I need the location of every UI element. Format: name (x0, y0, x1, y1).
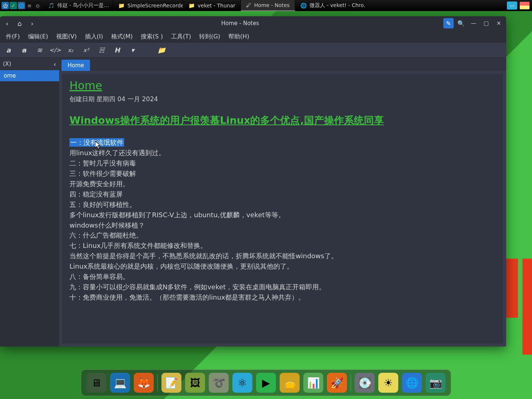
note-line-5: 五：良好的可移植性。 (69, 201, 136, 208)
sidebar: (X) ‹ ome (0, 58, 59, 347)
rocket-icon[interactable]: 🚀 (327, 373, 347, 393)
heading-button[interactable]: H (112, 45, 122, 55)
sidebar-item-0[interactable]: ome (0, 70, 59, 81)
task-item-0[interactable]: 🎵传赵 - 鸟小小只一是… (43, 0, 113, 11)
sidebar-header: (X) ‹ (0, 58, 59, 70)
play-icon[interactable]: ▶ (256, 373, 276, 393)
note-highlight: 一：没有流氓软件 (69, 138, 124, 147)
home-button[interactable]: ⌂ (15, 18, 24, 28)
wallet-icon[interactable]: 👝 (280, 373, 300, 393)
note-line-4: 四：稳定没有蓝屏 (69, 190, 123, 198)
task-label: SimpleScreenRecorder (127, 3, 183, 8)
note-line-8: 六：什么广告都能杜绝。 (69, 231, 143, 239)
disk-icon[interactable]: 💽 (355, 373, 375, 393)
note-line-3: 开源免费安全好用。 (69, 180, 129, 188)
dock: 🖥💻🦊📝🖼➰⚛▶👝📊🚀💽☀🌐📷 (81, 369, 451, 396)
task-icon: 🎵 (48, 3, 54, 8)
note-created-date: 创建日期 星期四 04 一月 2024 (69, 95, 496, 103)
task-icon: 📁 (188, 3, 195, 8)
flag-indicator-icon[interactable] (519, 1, 530, 10)
atom-icon[interactable]: ⚛ (232, 373, 252, 393)
insert-button[interactable]: ▾ (128, 45, 137, 55)
task-icon: 📁 (118, 3, 125, 8)
tab-0[interactable]: Home (61, 59, 90, 71)
sidebar-collapse-button[interactable]: ‹ (54, 60, 56, 68)
notification-area: ▭ (505, 1, 532, 10)
italic-button[interactable]: a (4, 45, 13, 55)
task-label: 微器人 - veket! - Chro… (310, 2, 365, 9)
note-body[interactable]: 一：没有流氓软件用linux这样久了还没有遇到过。二：暂时几乎没有病毒三：软件很… (69, 137, 496, 302)
note-line-11: Linux系统最核心的就是内核，内核也可以随便改随便换，更别说其他的了。 (69, 262, 294, 270)
open-folder-button[interactable]: 📁 (157, 45, 166, 55)
task-item-4[interactable]: 🌐微器人 - veket! - Chro… (295, 0, 365, 11)
chart-icon[interactable]: 📊 (303, 373, 323, 393)
notes-icon[interactable]: 📝 (161, 373, 181, 393)
task-item-1[interactable]: 📁SimpleScreenRecorder (113, 0, 183, 11)
menu-item-7[interactable]: 转到(G) (195, 31, 224, 42)
task-label: 传赵 - 鸟小小只一是… (57, 2, 109, 9)
menu-item-1[interactable]: 编辑(E) (24, 31, 52, 42)
display-icon[interactable]: 💻 (110, 373, 130, 393)
note-line-0: 用linux这样久了还没有遇到过。 (69, 149, 165, 157)
search-button[interactable]: 🔍 (456, 18, 466, 28)
tray-icon-5[interactable]: ⊙ (34, 2, 41, 9)
main-area: Home Home 创建日期 星期四 04 一月 2024 Windows操作系… (59, 58, 506, 347)
note-title: Home (69, 79, 496, 92)
forward-button[interactable]: › (27, 18, 37, 28)
tray-icon-1[interactable]: ⏻ (1, 2, 9, 9)
minimize-button[interactable]: — (468, 18, 479, 28)
dock-separator (157, 374, 158, 392)
taskbar: ⏻ ✓ 🌐 ≡ ⊙ 🎵传赵 - 鸟小小只一是…📁SimpleScreenReco… (0, 0, 532, 11)
task-icon: 🌐 (300, 3, 307, 8)
task-item-3[interactable]: 🖊Home - Notes (241, 0, 295, 11)
camera-icon[interactable]: 📷 (426, 373, 446, 393)
list-button[interactable]: ☵ (97, 45, 106, 55)
note-line-12: 八：备份简单容易。 (69, 273, 129, 280)
menu-item-0[interactable]: 件(F) (2, 31, 24, 42)
maximize-button[interactable]: ▢ (481, 18, 491, 28)
edit-button[interactable]: ✎ (443, 18, 454, 28)
menubar: 件(F)编辑(E)视图(V)插入(I)格式(M)搜索(S )工具(T)转到(G)… (0, 30, 506, 43)
menu-item-4[interactable]: 格式(M) (108, 31, 136, 42)
close-button[interactable]: ✕ (494, 18, 504, 28)
code-button[interactable]: </> (50, 45, 60, 55)
titlebar: ‹ ⌂ › Home - Notes ✎ 🔍 — ▢ ✕ (0, 16, 506, 30)
tray-icon-4[interactable]: ≡ (26, 2, 33, 9)
task-label: veket - Thunar (198, 3, 235, 8)
note-line-2: 三：软件很少需要破解 (69, 170, 136, 177)
menu-item-3[interactable]: 插入(I) (81, 31, 107, 42)
note-heading: Windows操作系统的用户很羡慕Linux的多个优点,国产操作系统同享 (69, 114, 496, 127)
desktop-icon[interactable]: 🖥 (86, 373, 106, 393)
tabstrip: Home (59, 58, 506, 71)
loop-icon[interactable]: ➰ (209, 373, 229, 393)
dock-separator (351, 374, 351, 392)
menu-item-6[interactable]: 工具(T) (167, 31, 195, 42)
tray-icon-3[interactable]: 🌐 (18, 2, 25, 9)
back-button[interactable]: ‹ (2, 18, 12, 28)
note-line-7: windows什么时候移植？ (69, 221, 145, 229)
photos-icon[interactable]: 🖼 (185, 373, 205, 393)
note-content[interactable]: Home 创建日期 星期四 04 一月 2024 Windows操作系统的用户很… (61, 72, 505, 345)
monitor-indicator-icon[interactable]: ▭ (507, 1, 517, 10)
brightness-icon[interactable]: ☀ (378, 373, 398, 393)
task-label: Home - Notes (254, 2, 290, 8)
menu-item-2[interactable]: 视图(V) (52, 31, 80, 42)
tray-icon-2[interactable]: ✓ (10, 2, 17, 9)
note-line-6: 多个linux发行版都移植到了RISC-V上边，ubuntu,优麒麟，veket… (69, 211, 285, 219)
note-line-13: 九：容量小可以很少容易就集成N多软件，例如veket，安装在桌面电脑真正开箱即用… (69, 283, 325, 291)
superscript-button[interactable]: x² (81, 45, 91, 55)
firefox-icon[interactable]: 🦊 (134, 373, 154, 393)
desktop: ‹ ⌂ › Home - Notes ✎ 🔍 — ▢ ✕ 件(F)编辑(E)视图… (0, 11, 532, 399)
window-title: Home - Notes (37, 20, 443, 27)
highlight-button[interactable]: ≋ (35, 45, 44, 55)
nav-controls: ‹ ⌂ › (2, 18, 37, 28)
subscript-button[interactable]: x₂ (66, 45, 75, 55)
menu-item-8[interactable]: 帮助(H) (225, 31, 253, 42)
menu-item-5[interactable]: 搜索(S ) (137, 31, 167, 42)
toolbar: a a ≋ </> x₂ x² ☵ H ▾ 📁 (0, 43, 506, 58)
task-item-2[interactable]: 📁veket - Thunar (183, 0, 241, 11)
chrome-icon[interactable]: 🌐 (402, 373, 422, 393)
note-line-1: 二：暂时几乎没有病毒 (69, 159, 136, 167)
strike-button[interactable]: a (19, 45, 29, 55)
note-line-9: 七：Linux几乎所有系统文件都能修改和替换。 (69, 242, 207, 249)
